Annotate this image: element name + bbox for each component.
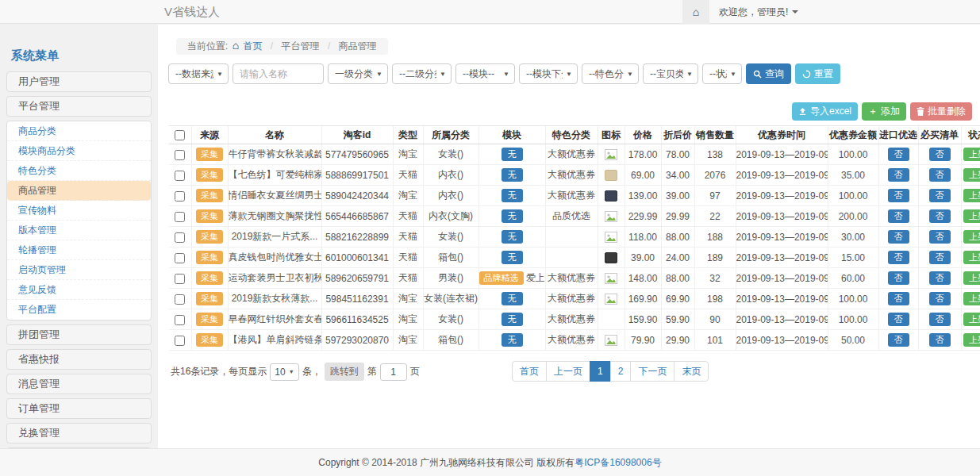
row-checkbox[interactable] <box>175 171 185 181</box>
must-buy-badge[interactable]: 否 <box>929 209 951 223</box>
sidebar-item[interactable]: 特色分类 <box>7 161 151 181</box>
row-checkbox[interactable] <box>175 336 185 346</box>
row-checkbox[interactable] <box>175 274 185 284</box>
sidebar-group-6[interactable]: 订单管理 <box>6 398 152 419</box>
row-checkbox-cell <box>169 330 191 351</box>
name-search-input[interactable] <box>233 63 324 84</box>
must-buy-badge[interactable]: 否 <box>929 230 951 244</box>
page-button-首页[interactable]: 首页 <box>512 361 547 382</box>
import-select-badge[interactable]: 否 <box>888 209 909 223</box>
page-button-1[interactable]: 1 <box>590 361 611 382</box>
status-badge[interactable]: 上架 <box>963 230 980 244</box>
row-checkbox[interactable] <box>175 315 185 325</box>
per-page-select[interactable]: 10 ▼ <box>270 363 298 381</box>
search-icon <box>753 70 762 79</box>
row-checkbox[interactable] <box>175 191 185 202</box>
status-badge[interactable]: 上架 <box>963 148 980 161</box>
filter-select-2[interactable]: 一级分类▼ <box>328 63 388 84</box>
source-cell: 采集 <box>191 309 228 330</box>
type-cell: 天猫 <box>393 227 423 248</box>
sidebar-group-3[interactable]: 拼团管理 <box>6 324 152 345</box>
select-all-checkbox[interactable] <box>175 130 185 140</box>
sidebar-item[interactable]: 平台配置 <box>7 300 151 320</box>
must-buy-badge[interactable]: 否 <box>929 251 951 264</box>
sidebar-group-4[interactable]: 省惠快报 <box>6 349 152 370</box>
row-checkbox[interactable] <box>175 232 185 243</box>
price-cell: 79.90 <box>625 330 661 351</box>
search-button[interactable]: 查询 <box>746 63 791 84</box>
sidebar-group-1[interactable]: 用户管理 <box>6 71 152 92</box>
sidebar-group-7[interactable]: 兑换管理 <box>6 423 152 443</box>
status-badge[interactable]: 上架 <box>963 251 980 264</box>
sidebar-item[interactable]: 模块商品分类 <box>7 141 151 161</box>
jump-to-button[interactable]: 跳转到 <box>325 363 364 381</box>
column-header: 进口优选 <box>878 126 918 144</box>
row-checkbox[interactable] <box>175 150 185 160</box>
user-menu[interactable]: 欢迎您，管理员! <box>709 0 808 24</box>
import-select-badge[interactable]: 否 <box>888 230 909 244</box>
page-button-上一页[interactable]: 上一页 <box>546 361 590 382</box>
sidebar-item[interactable]: 启动页管理 <box>7 260 151 280</box>
batch-delete-button[interactable]: 批量删除 <box>910 102 972 121</box>
filter-select-1[interactable]: --数据来源--▼ <box>168 63 229 84</box>
import-select-badge[interactable]: 否 <box>888 168 909 182</box>
home-button[interactable]: ⌂ <box>682 0 709 24</box>
filter-select-7[interactable]: --宝贝类型--▼ <box>643 63 698 84</box>
page-button-下一页[interactable]: 下一页 <box>630 361 674 382</box>
sidebar-item[interactable]: 版本管理 <box>7 221 151 240</box>
status-badge[interactable]: 上架 <box>963 333 980 347</box>
status-badge[interactable]: 上架 <box>963 313 980 326</box>
filter-select-label: --模块下分类-- <box>526 67 563 81</box>
row-checkbox-cell <box>169 309 191 330</box>
sidebar-group-5[interactable]: 消息管理 <box>6 374 152 394</box>
product-name: 牛仔背带裤女秋装减龄... <box>229 148 322 159</box>
sidebar-item[interactable]: 轮播管理 <box>7 240 151 260</box>
row-checkbox[interactable] <box>175 212 185 222</box>
status-badge[interactable]: 上架 <box>963 292 980 305</box>
reset-button[interactable]: 重置 <box>795 63 840 84</box>
import-select-badge[interactable]: 否 <box>888 251 909 264</box>
import-select-cell: 否 <box>878 330 918 351</box>
filter-select-3[interactable]: --二级分类--▼ <box>392 63 452 84</box>
status-badge[interactable]: 上架 <box>963 209 980 223</box>
import-select-badge[interactable]: 否 <box>888 148 909 161</box>
page-button-2[interactable]: 2 <box>610 361 632 382</box>
taoke-id-cell: 589042420344 <box>321 186 393 206</box>
sidebar-item-active[interactable]: 商品管理 <box>7 181 151 201</box>
module-cell: 无 <box>478 330 545 351</box>
breadcrumb-home-link[interactable]: 首页 <box>244 40 263 52</box>
must-buy-badge[interactable]: 否 <box>929 189 951 202</box>
add-button[interactable]: ＋ 添加 <box>862 102 906 121</box>
filter-select-4[interactable]: --模块--▼ <box>455 63 515 84</box>
status-badge[interactable]: 上架 <box>963 271 980 285</box>
icp-link[interactable]: 粤ICP备16098006号 <box>575 457 661 468</box>
page-number-input[interactable] <box>380 363 407 381</box>
import-select-badge[interactable]: 否 <box>888 189 909 202</box>
must-buy-badge[interactable]: 否 <box>929 292 951 305</box>
import-select-cell: 否 <box>878 289 918 309</box>
sidebar-item[interactable]: 意见反馈 <box>7 280 151 300</box>
row-checkbox[interactable] <box>175 294 185 305</box>
status-badge[interactable]: 上架 <box>963 189 980 202</box>
must-buy-badge[interactable]: 否 <box>929 333 951 347</box>
must-buy-badge[interactable]: 否 <box>929 168 951 182</box>
must-buy-badge[interactable]: 否 <box>929 313 951 326</box>
price-cell: 178.00 <box>625 144 661 165</box>
sidebar-item[interactable]: 商品分类 <box>7 121 151 141</box>
sidebar-item[interactable]: 宣传物料 <box>7 201 151 221</box>
must-buy-badge[interactable]: 否 <box>929 271 951 285</box>
import-select-badge[interactable]: 否 <box>888 271 909 285</box>
import-excel-button[interactable]: 导入excel <box>792 102 858 121</box>
filter-select-8[interactable]: --状态--▼ <box>702 63 742 84</box>
filter-select-6[interactable]: --特色分类--▼ <box>582 63 639 84</box>
import-select-badge[interactable]: 否 <box>888 333 909 347</box>
import-select-badge[interactable]: 否 <box>888 313 909 326</box>
filter-select-5[interactable]: --模块下分类--▼ <box>519 63 578 84</box>
must-buy-badge[interactable]: 否 <box>929 148 951 161</box>
product-name: 2019新款一片式系... <box>232 231 318 242</box>
sidebar-group-2[interactable]: 平台管理 <box>6 96 152 117</box>
page-button-末页[interactable]: 末页 <box>674 361 709 382</box>
row-checkbox[interactable] <box>175 253 185 263</box>
status-badge[interactable]: 上架 <box>963 168 980 182</box>
import-select-badge[interactable]: 否 <box>888 292 909 305</box>
